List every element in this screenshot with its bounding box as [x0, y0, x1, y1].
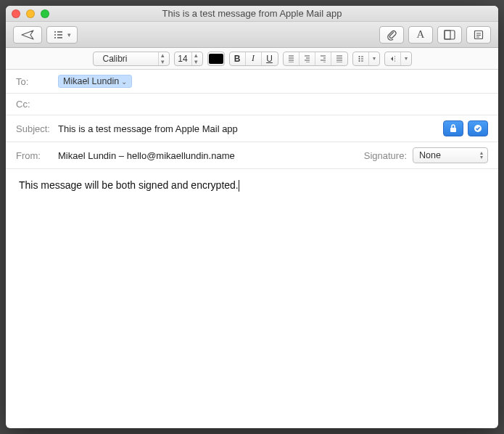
- align-left-icon: [289, 55, 294, 62]
- from-value[interactable]: Mikael Lundin – hello@mikaellundin.name: [58, 150, 364, 161]
- align-left-button[interactable]: [284, 52, 299, 65]
- body-text: This message will be both signed and enc…: [19, 179, 239, 191]
- color-swatch-icon: [209, 54, 223, 64]
- list-style-select[interactable]: ▾: [352, 52, 380, 66]
- align-center-icon: [305, 55, 310, 62]
- checkmark-seal-icon: [473, 123, 483, 134]
- align-right-button[interactable]: [315, 52, 331, 65]
- zoom-icon[interactable]: [41, 9, 49, 18]
- svg-point-30: [358, 58, 360, 60]
- header-fields-button[interactable]: ▾: [46, 26, 78, 44]
- indent-icon: [390, 55, 395, 62]
- cc-field-row[interactable]: Cc:: [6, 94, 498, 115]
- svg-rect-37: [450, 128, 456, 132]
- text-color-button[interactable]: [207, 52, 225, 66]
- svg-point-4: [54, 37, 56, 38]
- svg-point-32: [358, 60, 360, 62]
- align-right-icon: [321, 55, 326, 62]
- align-center-button[interactable]: [299, 52, 315, 65]
- align-justify-icon: [336, 55, 342, 62]
- indent-select[interactable]: ▾: [384, 52, 412, 66]
- format-bar: Calibri ▴▾ 14 ▴▾ B I U: [6, 48, 498, 70]
- toolbar: ▾ A: [6, 22, 498, 48]
- lock-icon: [449, 123, 458, 134]
- compose-window: This is a test message from Apple Mail a…: [6, 6, 498, 428]
- send-button[interactable]: [13, 26, 42, 44]
- window-title: This is a test message from Apple Mail a…: [6, 8, 498, 19]
- titlebar[interactable]: This is a test message from Apple Mail a…: [6, 6, 498, 22]
- signature-select[interactable]: None ▴▾: [413, 147, 488, 163]
- to-label: To:: [16, 76, 58, 87]
- to-field-row[interactable]: To: Mikael Lundin: [6, 70, 498, 94]
- bold-button[interactable]: B: [230, 52, 246, 65]
- stationery-button[interactable]: [466, 26, 491, 44]
- svg-point-2: [54, 34, 56, 36]
- signature-label: Signature:: [364, 150, 407, 161]
- header-fields: To: Mikael Lundin Cc: Subject: This is a…: [6, 70, 498, 169]
- chevron-up-down-icon: ▴▾: [480, 151, 483, 160]
- alignment-group: [283, 52, 348, 66]
- text-style-group: B I U: [229, 52, 278, 66]
- photo-browser-button[interactable]: [437, 26, 462, 44]
- font-size-select[interactable]: 14 ▴▾: [174, 52, 203, 66]
- svg-point-0: [54, 31, 56, 33]
- list-icon: [358, 55, 363, 62]
- font-size-value: 14: [178, 54, 187, 64]
- svg-rect-7: [445, 30, 450, 39]
- signature-value: None: [419, 150, 441, 160]
- svg-rect-3: [57, 34, 62, 36]
- underline-button[interactable]: U: [262, 52, 278, 65]
- subject-value[interactable]: This is a test message from Apple Mail a…: [58, 123, 437, 134]
- svg-rect-1: [57, 31, 62, 33]
- recipient-token[interactable]: Mikael Lundin: [58, 75, 132, 88]
- attach-button[interactable]: [379, 26, 404, 44]
- font-family-select[interactable]: Calibri ▴▾: [93, 52, 170, 66]
- svg-point-28: [358, 56, 360, 57]
- subject-field-row[interactable]: Subject: This is a test message from App…: [6, 115, 498, 142]
- window-controls: [12, 9, 49, 18]
- italic-button[interactable]: I: [246, 52, 262, 65]
- cc-label: Cc:: [16, 99, 58, 110]
- message-body[interactable]: This message will be both signed and enc…: [6, 169, 498, 428]
- svg-rect-6: [445, 30, 455, 39]
- format-button[interactable]: A: [408, 26, 433, 44]
- sign-button[interactable]: [468, 120, 488, 136]
- from-field-row: From: Mikael Lundin – hello@mikaellundin…: [6, 142, 498, 169]
- minimize-icon[interactable]: [26, 9, 35, 18]
- subject-label: Subject:: [16, 123, 58, 134]
- encrypt-button[interactable]: [443, 120, 463, 136]
- from-label: From:: [16, 150, 58, 161]
- text-cursor: [239, 180, 239, 192]
- align-justify-button[interactable]: [331, 52, 347, 65]
- close-icon[interactable]: [12, 9, 20, 18]
- font-family-value: Calibri: [99, 54, 153, 64]
- svg-rect-5: [57, 37, 62, 38]
